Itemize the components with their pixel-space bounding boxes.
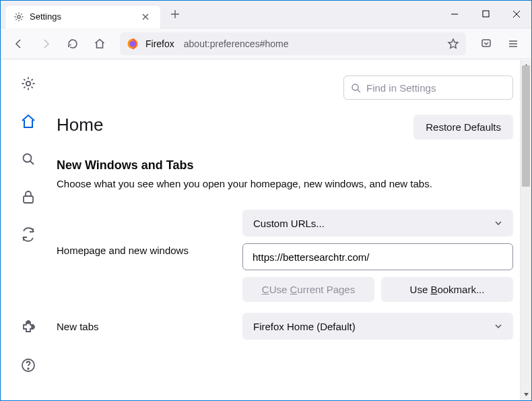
newtabs-label: New tabs xyxy=(57,321,232,332)
svg-point-11 xyxy=(28,368,29,369)
chevron-down-icon xyxy=(494,219,502,227)
maximize-button[interactable] xyxy=(470,0,501,28)
svg-point-0 xyxy=(18,15,20,18)
homepage-mode-select[interactable]: Custom URLs... xyxy=(242,210,513,237)
tab-title: Settings xyxy=(30,11,133,22)
section-desc: Choose what you see when you open your h… xyxy=(57,178,513,189)
firefox-logo-icon xyxy=(127,38,139,50)
search-icon xyxy=(351,83,361,93)
url-bar[interactable]: Firefox about:preferences#home xyxy=(120,32,466,55)
minimize-button[interactable] xyxy=(439,0,470,28)
newtabs-value: Firefox Home (Default) xyxy=(253,321,356,332)
url-identity-label: Firefox xyxy=(145,38,174,49)
app-menu-button[interactable] xyxy=(501,32,525,56)
new-tab-button[interactable] xyxy=(164,3,186,25)
svg-rect-4 xyxy=(482,40,490,47)
gear-icon xyxy=(13,11,24,22)
bookmark-star-icon[interactable] xyxy=(447,38,459,50)
main-content: Home Restore Defaults New Windows and Ta… xyxy=(57,59,532,400)
homepage-mode-value: Custom URLs... xyxy=(253,218,325,229)
restore-defaults-button[interactable]: Restore Defaults xyxy=(413,115,513,140)
sidebar-search[interactable] xyxy=(16,147,40,171)
svg-point-5 xyxy=(26,82,30,86)
svg-rect-7 xyxy=(24,196,33,203)
scroll-thumb[interactable] xyxy=(522,65,530,187)
url-text: about:preferences#home xyxy=(184,38,440,49)
svg-point-6 xyxy=(24,154,32,162)
save-to-pocket-button[interactable] xyxy=(474,32,498,56)
close-window-button[interactable] xyxy=(501,0,532,28)
vertical-scrollbar[interactable] xyxy=(520,60,531,400)
tab-close-button[interactable] xyxy=(139,10,152,24)
use-bookmark-button[interactable]: Use Bookmark... xyxy=(381,277,513,302)
sidebar-privacy[interactable] xyxy=(16,185,40,209)
scroll-down-button[interactable] xyxy=(521,389,531,400)
newtabs-select[interactable]: Firefox Home (Default) xyxy=(242,313,513,340)
titlebar: Settings xyxy=(0,0,532,28)
svg-rect-1 xyxy=(483,11,489,17)
use-current-pages-button[interactable]: CUse Current PagesUse Current Pages xyxy=(242,277,374,302)
sidebar-home[interactable] xyxy=(16,109,40,133)
search-settings-box[interactable] xyxy=(343,75,513,100)
reload-button[interactable] xyxy=(61,32,85,56)
sidebar-extensions[interactable] xyxy=(16,315,40,340)
sidebar xyxy=(0,59,57,400)
chevron-down-icon xyxy=(494,322,502,330)
section-title: New Windows and Tabs xyxy=(57,158,513,173)
back-button[interactable] xyxy=(7,32,31,56)
window-controls xyxy=(439,0,532,28)
homepage-label: Homepage and new windows xyxy=(57,210,232,256)
homepage-url-input[interactable] xyxy=(242,243,513,270)
page-title: Home xyxy=(57,115,103,135)
home-button[interactable] xyxy=(88,32,112,56)
svg-point-12 xyxy=(352,84,358,90)
forward-button[interactable] xyxy=(34,32,58,56)
sidebar-sync[interactable] xyxy=(16,222,40,247)
toolbar: Firefox about:preferences#home xyxy=(0,28,532,59)
tab-settings[interactable]: Settings xyxy=(5,5,160,28)
sidebar-general[interactable] xyxy=(16,71,40,96)
sidebar-help[interactable] xyxy=(16,353,40,377)
search-settings-input[interactable] xyxy=(366,82,506,94)
